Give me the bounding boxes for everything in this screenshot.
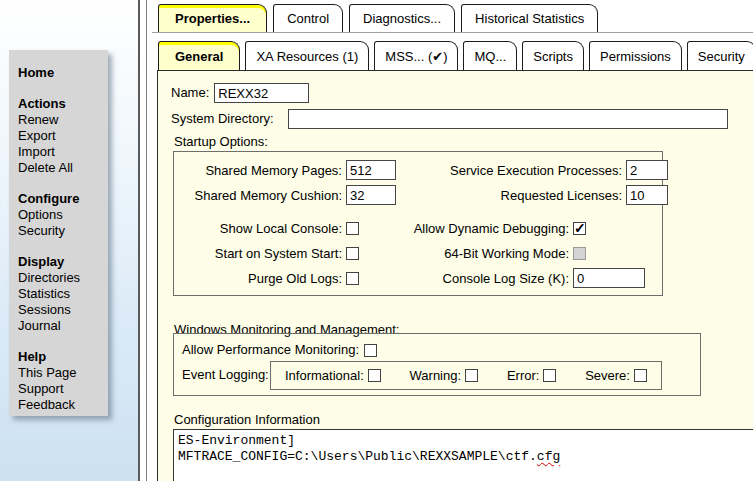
allow-performance-monitoring-checkbox[interactable] <box>364 344 377 357</box>
primary-tab-bar: Properties... Control Diagnostics... His… <box>152 4 753 33</box>
frame-divider-line-2 <box>146 0 147 481</box>
severe-checkbox[interactable] <box>634 369 647 382</box>
allow-performance-monitoring-label: Allow Performance Monitoring: <box>182 340 359 360</box>
startup-row-1: Shared Memory Pages: Service Execution P… <box>174 160 662 180</box>
startup-row-5: Purge Old Logs: Console Log Size (K): <box>174 268 662 288</box>
tab-xa-resources[interactable]: XA Resources (1) <box>245 41 369 70</box>
allow-dynamic-debugging-checkbox[interactable] <box>573 222 586 235</box>
config-line-1: ES-Environment] <box>178 433 295 448</box>
configuration-textarea[interactable]: ES-Environment] MFTRACE_CONFIG=C:\Users\… <box>173 429 753 481</box>
requested-licenses-field[interactable] <box>626 185 668 205</box>
allow-performance-monitoring-row: Allow Performance Monitoring: <box>182 340 377 360</box>
requested-licenses-label: Requested Licenses: <box>374 188 622 203</box>
purge-old-logs-label: Purge Old Logs: <box>174 271 342 286</box>
event-warning-item: Warning: <box>410 368 479 383</box>
system-directory-field[interactable] <box>288 109 728 129</box>
sidebar-header-actions: Actions <box>18 96 104 112</box>
tab-security[interactable]: Security <box>687 41 753 70</box>
tab-scripts[interactable]: Scripts <box>522 41 584 70</box>
service-execution-processes-field[interactable] <box>626 160 668 180</box>
service-execution-processes-label: Service Execution Processes: <box>374 163 622 178</box>
error-checkbox[interactable] <box>543 369 556 382</box>
startup-options-label: Startup Options: <box>174 134 268 149</box>
general-tab-panel: Name: System Directory: Startup Options:… <box>157 70 753 481</box>
tab-properties[interactable]: Properties... <box>158 4 267 32</box>
frame-divider-line <box>138 0 140 481</box>
tab-historical-statistics[interactable]: Historical Statistics <box>461 4 598 32</box>
sidebar-item-export[interactable]: Export <box>18 128 104 144</box>
shared-memory-pages-label: Shared Memory Pages: <box>174 163 342 178</box>
shared-memory-cushion-label: Shared Memory Cushion: <box>174 188 342 203</box>
severe-label: Severe: <box>585 368 630 383</box>
64-bit-working-mode-checkbox <box>573 247 586 260</box>
sidebar-item-support[interactable]: Support <box>18 381 104 397</box>
system-directory-row: System Directory: <box>171 109 728 129</box>
sidebar-item-journal[interactable]: Journal <box>18 318 104 334</box>
event-severe-item: Severe: <box>585 368 647 383</box>
sidebar-item-this-page[interactable]: This Page <box>18 365 104 381</box>
event-logging-groupbox: Informational: Warning: Error: Severe: <box>270 361 662 390</box>
warning-label: Warning: <box>410 368 462 383</box>
startup-row-3: Show Local Console: Allow Dynamic Debugg… <box>174 218 662 238</box>
tab-mss[interactable]: MSS... (✔) <box>374 41 458 70</box>
config-misspelled-word: cfg <box>537 449 560 464</box>
tab-general[interactable]: General <box>158 41 240 70</box>
event-logging-label: Event Logging: <box>182 367 269 382</box>
event-error-item: Error: <box>507 368 557 383</box>
sidebar-item-delete-all[interactable]: Delete All <box>18 160 104 176</box>
sidebar-item-home[interactable]: Home <box>18 65 104 81</box>
sidebar-item-statistics[interactable]: Statistics <box>18 286 104 302</box>
sidebar-item-feedback[interactable]: Feedback <box>18 397 104 413</box>
show-local-console-checkbox[interactable] <box>346 222 359 235</box>
purge-old-logs-checkbox[interactable] <box>346 272 359 285</box>
startup-row-2: Shared Memory Cushion: Requested License… <box>174 185 662 205</box>
sidebar-nav: Home Actions Renew Export Import Delete … <box>9 50 108 416</box>
console-log-size-field[interactable] <box>573 268 645 288</box>
sidebar-item-security[interactable]: Security <box>18 223 104 239</box>
console-log-size-label: Console Log Size (K): <box>374 271 569 286</box>
start-on-system-start-label: Start on System Start: <box>174 246 342 261</box>
configuration-information-label: Configuration Information <box>174 412 320 427</box>
allow-dynamic-debugging-label: Allow Dynamic Debugging: <box>374 221 569 236</box>
64-bit-working-mode-label: 64-Bit Working Mode: <box>374 246 569 261</box>
sidebar-item-sessions[interactable]: Sessions <box>18 302 104 318</box>
warning-checkbox[interactable] <box>465 369 478 382</box>
tab-diagnostics[interactable]: Diagnostics... <box>349 4 455 32</box>
tab-mq[interactable]: MQ... <box>463 41 517 70</box>
event-informational-item: Informational: <box>285 368 381 383</box>
config-line-2: MFTRACE_CONFIG=C:\Users\Public\REXXSAMPL… <box>178 449 537 464</box>
sidebar-header-help: Help <box>18 349 104 365</box>
sidebar-header-configure: Configure <box>18 191 104 207</box>
sidebar-item-directories[interactable]: Directories <box>18 270 104 286</box>
error-label: Error: <box>507 368 540 383</box>
informational-checkbox[interactable] <box>368 369 381 382</box>
start-on-system-start-checkbox[interactable] <box>346 247 359 260</box>
sidebar-header-display: Display <box>18 254 104 270</box>
show-local-console-label: Show Local Console: <box>174 221 342 236</box>
sidebar-item-renew[interactable]: Renew <box>18 112 104 128</box>
informational-label: Informational: <box>285 368 364 383</box>
secondary-tab-bar: General XA Resources (1) MSS... (✔) MQ..… <box>152 41 753 70</box>
startup-options-groupbox: Shared Memory Pages: Service Execution P… <box>173 151 663 296</box>
tab-permissions[interactable]: Permissions <box>589 41 682 70</box>
name-field[interactable] <box>214 83 309 103</box>
name-row: Name: <box>171 83 309 103</box>
system-directory-label: System Directory: <box>171 109 283 129</box>
tab-control[interactable]: Control <box>273 4 343 32</box>
name-label: Name: <box>171 83 209 103</box>
sidebar-item-import[interactable]: Import <box>18 144 104 160</box>
sidebar-item-options[interactable]: Options <box>18 207 104 223</box>
windows-monitoring-groupbox: Allow Performance Monitoring: Event Logg… <box>173 333 701 396</box>
startup-row-4: Start on System Start: 64-Bit Working Mo… <box>174 243 662 263</box>
